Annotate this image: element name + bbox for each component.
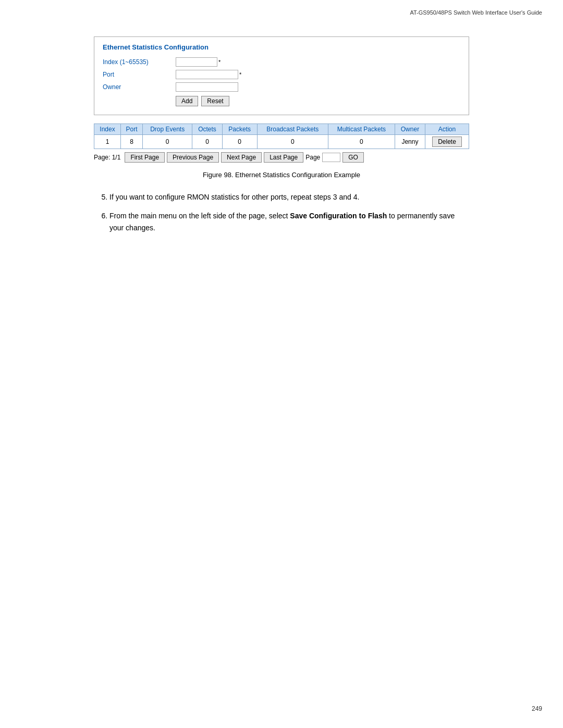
figure-caption: Figure 98. Ethernet Statistics Configura… <box>94 171 469 179</box>
port-input[interactable] <box>176 70 238 79</box>
body-text: If you want to configure RMON statistics… <box>94 191 469 233</box>
page-info: Page: 1/1 <box>94 154 120 161</box>
index-asterisk: * <box>218 59 221 65</box>
form-buttons: Add Reset <box>176 96 460 106</box>
config-panel: Ethernet Statistics Configuration Index … <box>94 36 469 115</box>
th-octets: Octets <box>192 124 222 135</box>
cell-owner: Jenny <box>395 135 425 149</box>
page-label: Page <box>305 154 320 161</box>
port-label: Port <box>103 71 176 78</box>
cell-broadcast-packets: 0 <box>257 135 328 149</box>
first-page-button[interactable]: First Page <box>125 152 165 163</box>
statistics-table: Index Port Drop Events Octets Packets Br… <box>94 124 469 149</box>
delete-button[interactable]: Delete <box>432 137 462 147</box>
th-action: Action <box>425 124 469 135</box>
owner-input[interactable] <box>176 82 238 92</box>
index-row: Index (1~65535) * <box>103 57 460 67</box>
go-button[interactable]: GO <box>342 152 364 163</box>
cell-octets: 0 <box>192 135 222 149</box>
th-drop-events: Drop Events <box>143 124 192 135</box>
list-item-6: From the main menu on the left side of t… <box>109 210 469 233</box>
cell-packets: 0 <box>222 135 257 149</box>
th-multicast-packets: Multicast Packets <box>328 124 395 135</box>
cell-multicast-packets: 0 <box>328 135 395 149</box>
page-number: 249 <box>532 705 542 712</box>
config-panel-title: Ethernet Statistics Configuration <box>103 43 460 51</box>
header-title: AT-GS950/48PS Switch Web Interface User'… <box>410 9 542 16</box>
add-button[interactable]: Add <box>176 96 198 106</box>
port-row: Port * <box>103 70 460 79</box>
reset-button[interactable]: Reset <box>201 96 229 106</box>
list-item-6-text: From the main menu on the left side of t… <box>109 212 455 231</box>
cell-port: 8 <box>120 135 142 149</box>
list-item-5-text: If you want to configure RMON statistics… <box>109 193 359 201</box>
pagination-row: Page: 1/1 First Page Previous Page Next … <box>94 152 469 163</box>
th-index: Index <box>94 124 121 135</box>
page-number-input[interactable] <box>322 153 340 162</box>
cell-drop-events: 0 <box>143 135 192 149</box>
th-packets: Packets <box>222 124 257 135</box>
cell-action: Delete <box>425 135 469 149</box>
owner-label: Owner <box>103 83 176 91</box>
th-broadcast-packets: Broadcast Packets <box>257 124 328 135</box>
th-owner: Owner <box>395 124 425 135</box>
index-input[interactable] <box>176 57 217 67</box>
bold-text: Save Configuration to Flash <box>290 212 387 220</box>
page-header: AT-GS950/48PS Switch Web Interface User'… <box>0 0 563 16</box>
port-asterisk: * <box>239 71 241 78</box>
table-header-row: Index Port Drop Events Octets Packets Br… <box>94 124 469 135</box>
index-label: Index (1~65535) <box>103 58 176 66</box>
owner-row: Owner <box>103 82 460 92</box>
last-page-button[interactable]: Last Page <box>264 152 303 163</box>
previous-page-button[interactable]: Previous Page <box>167 152 219 163</box>
table-row: 1 8 0 0 0 0 0 Jenny Delete <box>94 135 469 149</box>
list-item-5: If you want to configure RMON statistics… <box>109 191 469 203</box>
next-page-button[interactable]: Next Page <box>221 152 262 163</box>
cell-index: 1 <box>94 135 121 149</box>
th-port: Port <box>120 124 142 135</box>
